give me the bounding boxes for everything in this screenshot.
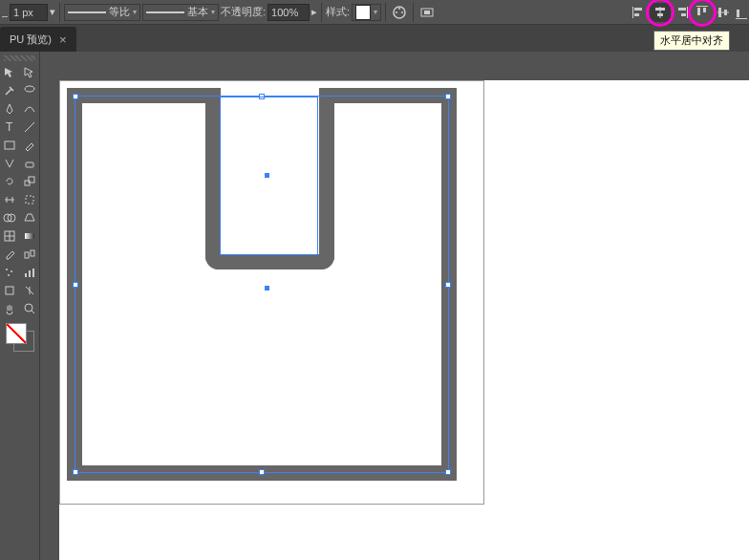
direct-selection-tool[interactable]: [20, 63, 40, 81]
dash-label: 基本: [187, 5, 208, 19]
chevron-down-icon: ▾: [211, 8, 215, 16]
gradient-tool[interactable]: [20, 226, 40, 245]
svg-rect-8: [634, 13, 639, 16]
style-swatch-icon: [355, 5, 371, 20]
separator: [413, 3, 414, 22]
svg-point-40: [11, 270, 12, 272]
svg-rect-16: [697, 8, 700, 15]
free-transform-tool[interactable]: [20, 190, 40, 208]
paintbrush-tool[interactable]: [20, 136, 40, 154]
svg-rect-22: [737, 10, 739, 17]
fill-stroke-swatch[interactable]: [6, 323, 34, 352]
shape-builder-tool[interactable]: [0, 208, 20, 226]
canvas[interactable]: [59, 80, 749, 560]
svg-rect-38: [31, 250, 34, 256]
stroke-link-icon[interactable]: ⎯: [2, 7, 8, 17]
svg-rect-27: [26, 162, 33, 167]
svg-rect-7: [634, 8, 642, 11]
svg-rect-6: [632, 7, 633, 18]
stroke-pattern-dropdown[interactable]: 等比 ▾: [64, 4, 140, 21]
eyedropper-tool[interactable]: [0, 245, 20, 263]
svg-point-1: [398, 8, 400, 10]
style-dropdown[interactable]: ▾: [352, 4, 381, 21]
scale-tool[interactable]: [20, 172, 40, 190]
zoom-tool[interactable]: [20, 299, 40, 317]
chevron-down-icon: ▾: [374, 8, 377, 16]
artboard: [59, 80, 484, 505]
svg-rect-19: [718, 8, 721, 17]
artboard-tool[interactable]: [0, 281, 20, 299]
dash-pattern-dropdown[interactable]: 基本 ▾: [142, 4, 219, 21]
svg-line-25: [25, 122, 34, 132]
hand-tool[interactable]: [0, 299, 20, 317]
width-tool[interactable]: [0, 190, 20, 208]
align-to-selection-icon[interactable]: [417, 3, 437, 22]
blend-tool[interactable]: [20, 245, 40, 263]
chevron-down-icon[interactable]: ▸: [311, 6, 317, 18]
style-label: 样式:: [326, 5, 350, 19]
svg-rect-37: [25, 252, 29, 258]
opacity-input[interactable]: [268, 4, 310, 21]
svg-rect-45: [6, 287, 13, 294]
recolor-icon[interactable]: [390, 3, 409, 22]
svg-rect-36: [25, 233, 34, 239]
align-left-button[interactable]: [629, 3, 650, 22]
document-tab[interactable]: PU 预览) ×: [0, 27, 76, 52]
anchor-point-icon: [265, 173, 269, 178]
rectangle-tool[interactable]: [0, 136, 20, 154]
pen-tool[interactable]: [0, 99, 20, 118]
align-top-button[interactable]: [692, 3, 713, 22]
line-tool[interactable]: [20, 118, 40, 136]
chevron-down-icon: ▾: [133, 8, 137, 16]
svg-rect-17: [703, 8, 706, 12]
slice-tool[interactable]: [20, 281, 40, 299]
svg-rect-12: [687, 7, 688, 18]
inner-rectangle-shape[interactable]: [205, 88, 334, 269]
svg-rect-10: [655, 8, 665, 11]
stroke-weight-field: 粗细: ⎯ ▾: [2, 4, 55, 21]
type-tool[interactable]: T: [0, 118, 20, 136]
symbol-sprayer-tool[interactable]: [0, 263, 20, 281]
align-button-group: [629, 3, 747, 22]
svg-rect-11: [657, 13, 663, 16]
svg-point-41: [8, 274, 10, 276]
svg-rect-5: [424, 11, 430, 14]
svg-rect-42: [25, 273, 27, 277]
shaper-tool[interactable]: [0, 154, 20, 172]
svg-rect-14: [681, 13, 686, 16]
options-bar: 粗细: ⎯ ▾ 等比 ▾ 基本 ▾ 不透明度: ▸ 样式: ▾: [0, 0, 749, 25]
svg-rect-43: [29, 270, 31, 277]
fill-color-icon[interactable]: [6, 323, 27, 344]
svg-rect-44: [32, 269, 34, 277]
toolbox-grip-icon[interactable]: [4, 55, 35, 61]
align-right-button[interactable]: [671, 3, 692, 22]
column-graph-tool[interactable]: [20, 263, 40, 281]
tooltip: 水平居中对齐: [653, 31, 730, 51]
align-hcenter-button[interactable]: [650, 3, 671, 22]
pattern-label: 等比: [109, 5, 130, 19]
chevron-down-icon[interactable]: ▾: [50, 6, 55, 18]
lasso-tool[interactable]: [20, 81, 40, 99]
svg-point-39: [6, 269, 8, 270]
svg-point-3: [396, 11, 397, 13]
align-bottom-button[interactable]: [734, 3, 747, 22]
line-preview-icon: [68, 11, 106, 13]
svg-point-23: [25, 86, 34, 92]
svg-rect-20: [724, 10, 727, 15]
anchor-point-icon: [265, 286, 269, 291]
rotate-tool[interactable]: [0, 172, 20, 190]
eraser-tool[interactable]: [20, 154, 40, 172]
separator: [385, 3, 386, 22]
curvature-tool[interactable]: [20, 99, 40, 118]
svg-line-47: [32, 311, 34, 313]
main-area: T: [0, 52, 749, 560]
align-vcenter-button[interactable]: [713, 3, 734, 22]
perspective-grid-tool[interactable]: [20, 208, 40, 226]
selection-tool[interactable]: [0, 63, 20, 81]
mesh-tool[interactable]: [0, 226, 20, 245]
close-icon[interactable]: ×: [59, 32, 67, 47]
magic-wand-tool[interactable]: [0, 81, 20, 99]
stroke-weight-input[interactable]: [10, 4, 48, 21]
svg-rect-15: [696, 6, 708, 7]
svg-point-46: [25, 304, 32, 312]
